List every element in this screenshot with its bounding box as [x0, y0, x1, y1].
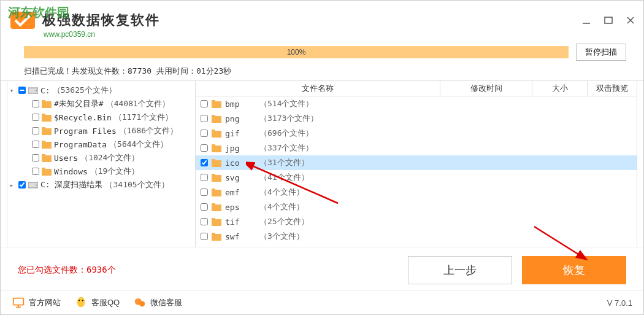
file-checkbox[interactable]: [201, 100, 208, 107]
file-row[interactable]: png（3173个文件）: [196, 111, 637, 126]
svg-rect-14: [42, 141, 45, 143]
file-checkbox[interactable]: [201, 144, 208, 152]
file-row[interactable]: eps（4个文件）: [196, 200, 637, 214]
file-checkbox[interactable]: [201, 174, 208, 181]
tree-count: （53625个文件）: [53, 85, 117, 96]
folder-icon: [212, 130, 221, 138]
file-list[interactable]: bmp（514个文件）png（3173个文件）gif（696个文件）jpg（33…: [196, 96, 637, 247]
tree-label: #未知父目录#: [54, 98, 104, 109]
pause-scan-button[interactable]: 暂停扫描: [576, 44, 626, 61]
svg-rect-22: [212, 100, 215, 103]
file-row[interactable]: jpg（337个文件）: [196, 141, 637, 155]
file-row[interactable]: svg（41个文件）: [196, 170, 637, 185]
folder-icon: [42, 141, 52, 149]
file-name: jpg: [225, 144, 256, 153]
svg-rect-28: [212, 144, 215, 147]
file-row[interactable]: swf（3个文件）: [196, 229, 637, 244]
svg-rect-41: [13, 298, 24, 305]
tree-checkbox[interactable]: [32, 141, 39, 148]
file-checkbox[interactable]: [201, 218, 208, 225]
col-filename[interactable]: 文件名称: [196, 81, 440, 96]
svg-rect-36: [212, 203, 215, 206]
file-row[interactable]: bmp（514个文件）: [196, 96, 637, 111]
minimize-button[interactable]: [581, 15, 592, 26]
file-count: （337个文件）: [259, 142, 313, 154]
tree-label: Users: [54, 154, 78, 163]
link-label: 客服QQ: [91, 297, 120, 308]
link-label: 微信客服: [150, 297, 182, 308]
tree-item[interactable]: ▸Windows （19个文件）: [7, 165, 195, 178]
file-checkbox[interactable]: [201, 189, 208, 196]
tree-toggle-icon[interactable]: ▾: [10, 87, 16, 94]
svg-rect-24: [212, 115, 215, 117]
file-count: （25个文件）: [259, 216, 309, 227]
link-official-site[interactable]: 官方网站: [12, 296, 61, 309]
file-row[interactable]: ico（31个文件）: [196, 155, 637, 170]
svg-rect-18: [42, 168, 45, 170]
link-wechat-support[interactable]: 微信客服: [133, 296, 182, 309]
file-count: （31个文件）: [259, 157, 309, 168]
file-checkbox[interactable]: [201, 130, 208, 137]
tree-item[interactable]: ▸$Recycle.Bin （1171个文件）: [7, 111, 195, 124]
tree-checkbox[interactable]: [32, 127, 39, 134]
tree-toggle-icon[interactable]: ▸: [10, 182, 16, 189]
tree-item[interactable]: ▾C: （53625个文件）: [7, 84, 195, 97]
close-button[interactable]: [625, 15, 636, 26]
wechat-icon: [133, 296, 147, 309]
prev-step-button[interactable]: 上一步: [408, 256, 512, 284]
col-preview[interactable]: 双击预览: [588, 81, 637, 96]
tree-item[interactable]: ▸Program Files （1686个文件）: [7, 124, 195, 138]
folder-icon: [212, 115, 221, 123]
folder-icon: [212, 218, 221, 226]
content-area: ▾C: （53625个文件）▸#未知父目录# （44081个文件）▸$Recyc…: [1, 80, 643, 247]
tree-checkbox[interactable]: [18, 181, 26, 189]
file-row[interactable]: emf（4个文件）: [196, 185, 637, 200]
file-checkbox[interactable]: [201, 159, 208, 166]
tree-checkbox[interactable]: [18, 87, 26, 94]
file-count: （3个文件）: [259, 231, 304, 242]
file-name: swf: [225, 232, 256, 241]
col-size[interactable]: 大小: [532, 81, 588, 96]
file-count: （3173个文件）: [259, 113, 318, 124]
folder-icon: [212, 233, 221, 241]
file-count: （4个文件）: [259, 187, 304, 198]
file-name: bmp: [225, 99, 256, 109]
link-qq-support[interactable]: 客服QQ: [74, 296, 120, 309]
folder-icon: [42, 154, 52, 162]
svg-rect-16: [42, 154, 45, 157]
tree-checkbox[interactable]: [32, 154, 39, 161]
qq-icon: [74, 296, 88, 309]
file-checkbox[interactable]: [201, 233, 208, 240]
tree-checkbox[interactable]: [32, 100, 39, 107]
tree-count: （44081个文件）: [106, 98, 170, 109]
progress-area: 100% 暂停扫描: [1, 40, 643, 63]
col-modtime[interactable]: 修改时间: [440, 81, 532, 96]
file-name: emf: [225, 188, 256, 197]
file-row[interactable]: gif（696个文件）: [196, 126, 637, 141]
folder-icon: [212, 100, 221, 108]
maximize-button[interactable]: [603, 15, 614, 26]
file-name: tif: [225, 217, 256, 227]
drive-icon: [28, 181, 38, 189]
app-logo-icon: [8, 6, 37, 35]
tree-label: $Recycle.Bin: [54, 113, 112, 122]
file-row[interactable]: tif（25个文件）: [196, 214, 637, 229]
file-count: （514个文件）: [259, 98, 313, 109]
svg-rect-2: [605, 17, 612, 23]
recover-button[interactable]: 恢复: [522, 256, 626, 284]
file-list-panel: 文件名称 修改时间 大小 双击预览 bmp（514个文件）png（3173个文件…: [196, 81, 637, 247]
tree-checkbox[interactable]: [32, 114, 39, 121]
tree-checkbox[interactable]: [32, 168, 39, 175]
file-checkbox[interactable]: [201, 203, 208, 211]
tree-item[interactable]: ▸C: 深度扫描结果 （34105个文件）: [7, 178, 195, 192]
folder-tree[interactable]: ▾C: （53625个文件）▸#未知父目录# （44081个文件）▸$Recyc…: [7, 81, 196, 247]
file-checkbox[interactable]: [201, 115, 208, 122]
tree-item[interactable]: ▸ProgramData （5644个文件）: [7, 138, 195, 151]
file-name: png: [225, 114, 256, 123]
tree-count: （1024个文件）: [80, 152, 139, 163]
tree-item[interactable]: ▸Users （1024个文件）: [7, 151, 195, 165]
folder-icon: [42, 127, 52, 135]
svg-rect-0: [10, 12, 35, 29]
svg-rect-12: [42, 127, 45, 130]
tree-item[interactable]: ▸#未知父目录# （44081个文件）: [7, 97, 195, 111]
